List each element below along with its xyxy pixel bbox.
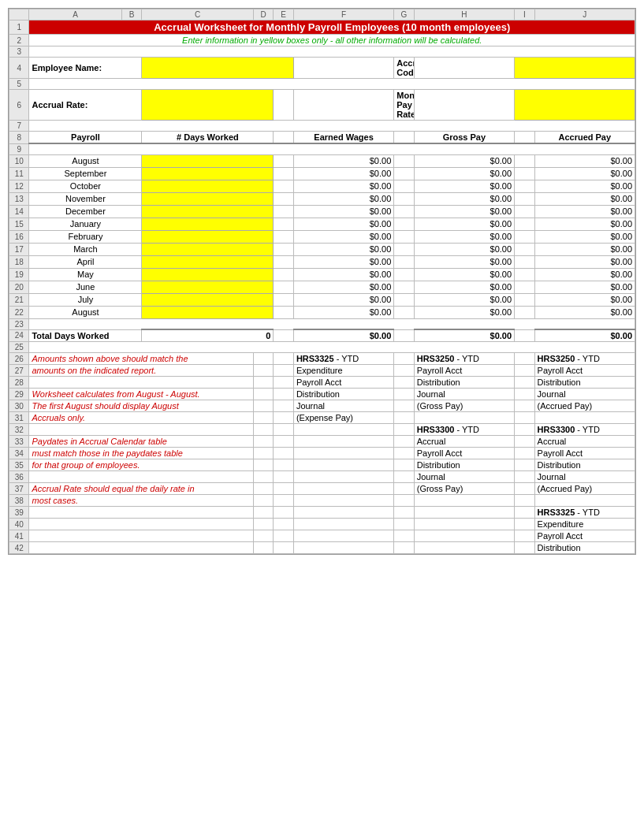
j-report-r17: Distribution bbox=[534, 542, 635, 554]
row-7: 7 bbox=[9, 121, 635, 132]
earned-september: $0.00 bbox=[293, 167, 393, 180]
earned-january: $0.00 bbox=[293, 218, 393, 230]
h-report-r12: (Gross Pay) bbox=[414, 483, 514, 495]
row-34: 34 must match those in the paydates tabl… bbox=[9, 448, 635, 459]
f-report-r4: Distribution bbox=[293, 389, 393, 400]
accrual-rate-input[interactable] bbox=[142, 90, 274, 121]
h-report-r2: Payroll Acct bbox=[414, 365, 514, 377]
month-december: December bbox=[29, 205, 142, 218]
row-14-december: 14 December $0.00 $0.00 $0.00 bbox=[9, 205, 635, 218]
note-amounts-line2: amounts on the indicated report. bbox=[29, 365, 253, 377]
f-report-r6: (Expense Pay) bbox=[293, 412, 393, 424]
row-19-may: 19 May $0.00 $0.00 $0.00 bbox=[9, 268, 635, 281]
col-j-header: J bbox=[534, 9, 635, 20]
month-october: October bbox=[29, 180, 142, 192]
days-august2-input[interactable] bbox=[142, 306, 274, 318]
earned-april: $0.00 bbox=[293, 255, 393, 268]
row-32: 32 HRS3300 - YTD HRS3300 - YTD bbox=[9, 424, 635, 436]
days-september-input[interactable] bbox=[142, 167, 274, 180]
row-38: 38 most cases. bbox=[9, 495, 635, 507]
note-first-august: The first August should display August bbox=[29, 400, 253, 412]
days-march-input[interactable] bbox=[142, 243, 274, 255]
days-august1-input[interactable] bbox=[142, 154, 274, 167]
earned-december: $0.00 bbox=[293, 205, 393, 218]
total-earned: $0.00 bbox=[293, 329, 393, 342]
row-23: 23 bbox=[9, 318, 635, 329]
days-october-input[interactable] bbox=[142, 180, 274, 192]
row-27: 27 amounts on the indicated report. Expe… bbox=[9, 365, 635, 377]
gross-september: $0.00 bbox=[414, 167, 514, 180]
j-report-r14: HRS3325 - YTD bbox=[534, 507, 635, 519]
note-amounts-line1: Amounts shown above should match the bbox=[29, 353, 253, 365]
gross-november: $0.00 bbox=[414, 192, 514, 205]
gross-january: $0.00 bbox=[414, 218, 514, 230]
accrued-december: $0.00 bbox=[534, 205, 635, 218]
note-paydates-line3: for that group of employees. bbox=[29, 459, 253, 471]
subtitle-row: 2 Enter information in yellow boxes only… bbox=[9, 35, 635, 46]
days-december-input[interactable] bbox=[142, 205, 274, 218]
payroll-col-header: Payroll bbox=[29, 132, 142, 144]
h-report-r5: (Gross Pay) bbox=[414, 400, 514, 412]
accrued-july: $0.00 bbox=[534, 293, 635, 306]
j-report-r15: Expenditure bbox=[534, 519, 635, 530]
h-report-r11: Journal bbox=[414, 471, 514, 483]
gross-december: $0.00 bbox=[414, 205, 514, 218]
days-april-input[interactable] bbox=[142, 255, 274, 268]
row-20-june: 20 June $0.00 $0.00 $0.00 bbox=[9, 281, 635, 293]
row-9: 9 bbox=[9, 143, 635, 154]
spreadsheet: A B C D E F G H I J 1 Accrual Worksheet … bbox=[8, 8, 636, 555]
j-report-r12: (Accrued Pay) bbox=[534, 483, 635, 495]
days-january-input[interactable] bbox=[142, 218, 274, 230]
earned-wages-col-header: Earned Wages bbox=[293, 132, 393, 144]
row-39: 39 HRS3325 - YTD bbox=[9, 507, 635, 519]
monthly-pay-rate-input[interactable] bbox=[515, 90, 635, 121]
h-report-r1: HRS3250 - YTD bbox=[414, 353, 514, 365]
row-22-august2: 22 August $0.00 $0.00 $0.00 bbox=[9, 306, 635, 318]
accrued-november: $0.00 bbox=[534, 192, 635, 205]
j-report-r5: (Accrued Pay) bbox=[534, 400, 635, 412]
month-july: July bbox=[29, 293, 142, 306]
row-15-january: 15 January $0.00 $0.00 $0.00 bbox=[9, 218, 635, 230]
total-accrued: $0.00 bbox=[534, 329, 635, 342]
employee-name-input[interactable] bbox=[142, 58, 293, 79]
gross-october: $0.00 bbox=[414, 180, 514, 192]
earned-july: $0.00 bbox=[293, 293, 393, 306]
accrual-code-input[interactable] bbox=[515, 58, 635, 79]
j-report-r16: Payroll Acct bbox=[534, 530, 635, 542]
col-h-header: H bbox=[414, 9, 514, 20]
row-8-headers: 8 Payroll # Days Worked Earned Wages Gro… bbox=[9, 132, 635, 144]
note-worksheet-line: Worksheet calculates from August - Augus… bbox=[29, 389, 253, 400]
row-33: 33 Paydates in Accrual Calendar table Ac… bbox=[9, 436, 635, 448]
earned-october: $0.00 bbox=[293, 180, 393, 192]
note-paydates-line2: must match those in the paydates table bbox=[29, 448, 253, 459]
accrued-june: $0.00 bbox=[534, 281, 635, 293]
row-24-totals: 24 Total Days Worked 0 $0.00 $0.00 $0.00 bbox=[9, 329, 635, 342]
row-16-february: 16 February $0.00 $0.00 $0.00 bbox=[9, 230, 635, 243]
gross-may: $0.00 bbox=[414, 268, 514, 281]
accrued-february: $0.00 bbox=[534, 230, 635, 243]
total-gross: $0.00 bbox=[414, 329, 514, 342]
row-40: 40 Expenditure bbox=[9, 519, 635, 530]
gross-july: $0.00 bbox=[414, 293, 514, 306]
days-june-input[interactable] bbox=[142, 281, 274, 293]
h-report-r10: Distribution bbox=[414, 459, 514, 471]
earned-august2: $0.00 bbox=[293, 306, 393, 318]
corner-cell bbox=[9, 9, 29, 20]
total-days-label: Total Days Worked bbox=[29, 329, 142, 342]
f-report-r2: Expenditure bbox=[293, 365, 393, 377]
row-36: 36 Journal Journal bbox=[9, 471, 635, 483]
j-report-r7: HRS3300 - YTD bbox=[534, 424, 635, 436]
row-4-employee: 4 Employee Name: Accrual Code: bbox=[9, 58, 635, 79]
days-february-input[interactable] bbox=[142, 230, 274, 243]
days-july-input[interactable] bbox=[142, 293, 274, 306]
month-april: April bbox=[29, 255, 142, 268]
col-a-header: A bbox=[29, 9, 121, 20]
row-41: 41 Payroll Acct bbox=[9, 530, 635, 542]
accrual-rate-label: Accrual Rate: bbox=[29, 90, 142, 121]
gross-august1: $0.00 bbox=[414, 154, 514, 167]
days-november-input[interactable] bbox=[142, 192, 274, 205]
days-may-input[interactable] bbox=[142, 268, 274, 281]
row-31: 31 Accruals only. (Expense Pay) bbox=[9, 412, 635, 424]
row-12-october: 12 October $0.00 $0.00 $0.00 bbox=[9, 180, 635, 192]
row-26: 26 Amounts shown above should match the … bbox=[9, 353, 635, 365]
